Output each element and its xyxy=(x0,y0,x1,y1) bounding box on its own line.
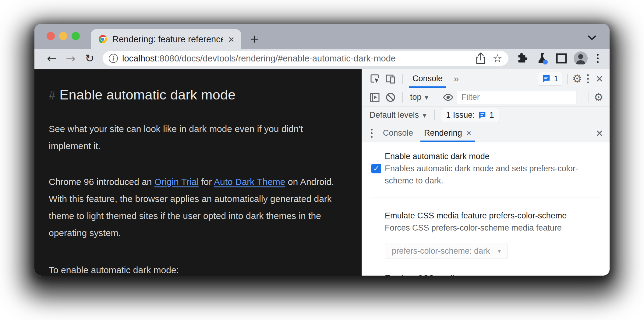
issue-bubble-icon xyxy=(478,111,487,120)
side-panel-icon[interactable] xyxy=(555,52,568,64)
back-button[interactable]: ← xyxy=(44,53,60,64)
rendering-panel: ✓ Enable automatic dark mode Enables aut… xyxy=(362,142,610,276)
log-levels-dropdown[interactable]: Default levels ▼ xyxy=(368,110,428,120)
browser-toolbar: ← → ↻ i localhost:8080/docs/devtools/ren… xyxy=(34,49,610,69)
share-icon[interactable] xyxy=(476,52,486,64)
heading-anchor-hash[interactable]: # xyxy=(49,89,55,102)
drawer-close-icon[interactable]: × xyxy=(594,127,605,139)
select-caret-icon: ▾ xyxy=(498,248,501,254)
extensions-puzzle-icon[interactable] xyxy=(516,52,529,65)
prefers-color-scheme-select[interactable]: prefers-color-scheme: dark ▾ xyxy=(385,243,508,259)
url-text[interactable]: localhost:8080/docs/devtools/rendering/#… xyxy=(122,54,396,64)
check-icon: ✓ xyxy=(373,164,379,173)
url-path: :8080/docs/devtools/rendering/#enable-au… xyxy=(157,54,395,63)
minimize-window-button[interactable] xyxy=(59,32,67,40)
auto-dark-mode-checkbox[interactable]: ✓ xyxy=(371,164,381,173)
chevron-down-icon: ▼ xyxy=(425,94,429,100)
clear-console-icon[interactable] xyxy=(384,90,398,104)
devtools-close-icon[interactable]: × xyxy=(594,73,605,85)
new-tab-button[interactable]: + xyxy=(246,30,263,47)
setting-auto-dark-mode: ✓ Enable automatic dark mode Enables aut… xyxy=(370,150,589,187)
devtools-menu-icon[interactable] xyxy=(584,74,592,83)
tab-search-chevron-icon[interactable] xyxy=(585,31,599,44)
tab-strip: Rendering: feature reference - C × + xyxy=(34,24,610,49)
reload-button[interactable]: ↻ xyxy=(81,53,98,64)
tab-title: Rendering: feature reference - C xyxy=(112,34,223,44)
devtools-main-toolbar: Console » 1 ⚙ × xyxy=(362,69,610,88)
console-filter-input[interactable] xyxy=(457,91,576,104)
drawer-menu-icon[interactable] xyxy=(366,129,377,138)
profile-avatar[interactable] xyxy=(574,51,588,65)
url-host: localhost xyxy=(122,54,157,63)
console-levels-bar: Default levels ▼ 1 Issue: 1 xyxy=(362,106,610,124)
devtools-panel: Console » 1 ⚙ × xyxy=(362,69,610,276)
tab-close-icon[interactable]: × xyxy=(228,34,234,44)
drawer-tab-bar: Console Rendering × × xyxy=(362,124,610,142)
setting-description: Enables automatic dark mode and sets pre… xyxy=(385,162,588,187)
section-divider xyxy=(370,197,601,197)
issue-count-button[interactable]: 1 Issue: 1 xyxy=(441,108,499,122)
setting-media-type: Emulate CSS media type Forces media type… xyxy=(370,272,589,276)
page-title: #Enable automatic dark mode xyxy=(49,87,349,103)
browser-tab[interactable]: Rendering: feature reference - C × xyxy=(91,29,241,49)
paragraph-instruction: To enable automatic dark mode: xyxy=(49,262,339,276)
chrome-labs-flask-icon[interactable] xyxy=(535,51,549,65)
drawer-tab-rendering[interactable]: Rendering × xyxy=(419,124,476,142)
console-toolbar: top ▼ ⚙ xyxy=(362,88,610,106)
setting-title: Emulate CSS media feature prefers-color-… xyxy=(385,210,589,222)
chrome-favicon-icon xyxy=(98,34,108,44)
context-selector[interactable]: top ▼ xyxy=(408,92,431,102)
page-content: #Enable automatic dark mode See what you… xyxy=(34,69,362,276)
drawer-tab-console[interactable]: Console xyxy=(378,124,418,142)
setting-description: Forces CSS prefers-color-scheme media fe… xyxy=(385,222,589,234)
issue-bubble-icon xyxy=(542,74,551,83)
paragraph-chrome96: Chrome 96 introduced an Origin Trial for… xyxy=(49,173,339,242)
setting-prefers-color-scheme: Emulate CSS media feature prefers-color-… xyxy=(370,210,589,234)
bookmark-star-icon[interactable]: ☆ xyxy=(493,53,502,64)
close-window-button[interactable] xyxy=(47,32,55,40)
inspect-element-icon[interactable] xyxy=(368,72,382,86)
forward-button[interactable]: → xyxy=(62,53,79,64)
fullscreen-window-button[interactable] xyxy=(72,32,80,40)
browser-menu-icon[interactable] xyxy=(594,54,602,63)
tab-console-main[interactable]: Console xyxy=(408,69,448,88)
toolbar-extensions-area xyxy=(516,51,602,65)
site-info-icon[interactable]: i xyxy=(109,54,118,63)
live-expression-eye-icon[interactable] xyxy=(441,90,455,104)
address-bar[interactable]: i localhost:8080/docs/devtools/rendering… xyxy=(103,51,508,66)
origin-trial-link[interactable]: Origin Trial xyxy=(154,177,199,187)
window-controls xyxy=(47,32,80,40)
setting-title: Emulate CSS media type xyxy=(385,272,589,276)
more-tabs-icon[interactable]: » xyxy=(449,74,463,84)
browser-window: Rendering: feature reference - C × + ← →… xyxy=(34,24,610,276)
devtools-settings-icon[interactable]: ⚙ xyxy=(572,73,582,84)
auto-dark-theme-link[interactable]: Auto Dark Theme xyxy=(214,177,285,187)
paragraph-intro: See what your site can look like in dark… xyxy=(49,120,339,155)
issues-badge-button[interactable]: 1 xyxy=(538,72,562,85)
console-sidebar-icon[interactable] xyxy=(368,90,382,104)
rendering-tab-close-icon[interactable]: × xyxy=(466,128,471,138)
setting-title: Enable automatic dark mode xyxy=(385,150,589,162)
device-toolbar-icon[interactable] xyxy=(384,72,398,86)
chevron-down-icon: ▼ xyxy=(423,112,426,118)
console-settings-icon[interactable]: ⚙ xyxy=(594,92,603,103)
